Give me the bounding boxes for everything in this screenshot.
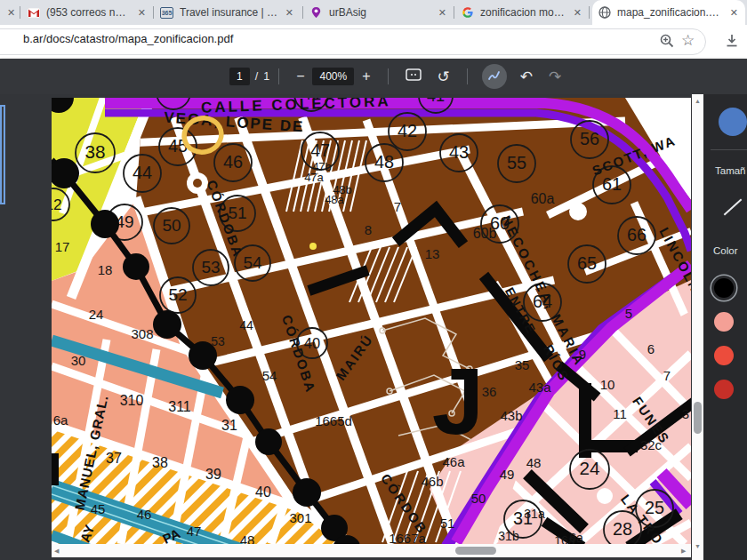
color-label: Color [713,245,737,256]
scroll-up-arrow[interactable]: ▲ [695,98,701,104]
download-icon[interactable] [724,33,740,49]
parcel-number: 51 [440,516,455,531]
toolbar-divider [467,68,468,84]
parcel-number: 49 [500,467,515,482]
tab-close-icon[interactable]: ✕ [136,7,148,19]
parcel-number: 48 [240,532,255,544]
zoom-in-page-icon[interactable] [659,33,675,49]
tab-google-search[interactable]: zonificacion moreno r4b a ✕ [457,0,587,25]
fit-page-button[interactable] [398,68,430,84]
tab-separator [20,6,20,19]
omnibox-row: b.ar/docs/catastro/mapa_zonificacion.pdf… [0,25,747,59]
thumbnail-panel-edge[interactable] [0,105,5,204]
parcel-number: 18 [98,262,113,277]
tab-title: urBAsig [329,6,437,19]
parcel-number: 46b [421,474,443,489]
pen-tool-color-preview[interactable] [719,108,747,136]
tab-travel-insurance[interactable]: 365 Travel insurance | Make yo ✕ [157,0,299,25]
tab-close-icon[interactable]: ✕ [284,7,295,19]
parcel-number: 10 [600,377,615,392]
vertical-scrollbar[interactable]: ▲ ▼ [692,94,703,560]
zone-number: 43 [449,142,469,162]
color-swatch-black[interactable] [714,278,734,298]
pdf-toolbar: 1 / 1 − 400% + ↺ ↶ ↷ [0,59,747,94]
tab-partial[interactable]: ✕ [0,0,20,25]
zone-number: 53 [201,258,220,276]
parcel-number: 7 [663,368,671,383]
parcel-number: 311 [168,399,191,414]
parcel-number: 31a [524,507,545,521]
parcel-number: 6a [53,412,68,428]
pdf-viewer-area: 3839404142434445464748555661606665644950… [0,94,747,560]
zoom-in-button[interactable]: + [354,68,378,84]
parcel-number: 48 [526,455,542,470]
size-label: Tamañ [715,165,746,176]
yellow-marker-dot [309,243,317,250]
parcel-number: 39 [205,467,221,482]
annotate-pen-button-active[interactable] [482,64,507,89]
parcel-number: 8 [365,222,372,237]
tab-title: Travel insurance | Make yo [180,6,278,19]
undo-button[interactable]: ↶ [512,68,541,86]
zone-number: 24 [579,458,599,478]
gmail-icon [27,6,40,20]
scroll-left-arrow[interactable]: ◀ [54,548,59,555]
rotate-button[interactable]: ↺ [430,68,458,86]
stroke-size-option[interactable] [724,199,743,216]
tab-close-icon[interactable]: ✕ [572,7,583,19]
scroll-right-arrow[interactable]: ▶ [681,548,686,555]
tab-separator [153,6,154,19]
tab-active-pdf[interactable]: mapa_zonificacion.pdf ✕ [592,0,745,25]
parcel-number: 43b [500,408,522,423]
tab-close-icon[interactable]: ✕ [5,7,17,19]
horizontal-scrollbar[interactable]: ◀ ▶ [52,544,691,557]
purple-pin-icon [309,6,323,20]
parcel-number: 60b [473,226,497,241]
color-swatch-red[interactable] [714,346,734,365]
tab-title: zonificacion moreno r4b a [480,6,566,19]
parcel-number: 46a [442,454,465,469]
parcel-number: 1665d [315,413,352,428]
zone-number: 55 [507,153,526,172]
horizontal-scroll-thumb[interactable] [455,547,496,555]
parcel-number: 310 [120,393,144,408]
parcel-number: 40 [255,484,271,500]
zone-number: 50 [162,216,181,235]
parcel-number: 7 [394,199,401,214]
tab-close-icon[interactable]: ✕ [437,7,448,19]
browser-window: ✕ (953 correos no leídos) - m ✕ 365 Trav… [0,0,747,560]
tab-urbasig[interactable]: urBAsig ✕ [306,0,452,25]
zone-number: 52 [168,285,187,304]
zoom-level-input[interactable]: 400% [312,68,354,85]
tab-separator [302,6,303,19]
scroll-down-arrow[interactable]: ▼ [695,543,701,549]
zone-number: 46 [223,152,243,172]
zone-number: 47 [310,140,330,160]
tab-close-icon[interactable]: ✕ [728,7,740,19]
color-swatch-salmon[interactable] [714,312,734,332]
tab-separator [454,6,454,19]
parcel-number: 31 [221,418,237,433]
parcel-number: 43a [528,380,551,395]
parcel-number: 6 [647,341,655,356]
zone-number: 38 [84,141,105,162]
bookmark-star-icon[interactable]: ☆ [681,33,697,49]
parcel-number: 3 [682,406,689,421]
panel-divider [711,149,747,150]
tab-gmail[interactable]: (953 correos no leídos) - m ✕ [23,0,151,25]
vertical-scroll-thumb[interactable] [694,402,702,434]
zoom-out-button[interactable]: − [288,68,312,84]
page-number-input[interactable]: 1 [229,68,250,85]
color-swatch-darkred[interactable] [714,380,734,399]
parcel-number: 6a [569,531,583,544]
redo-button[interactable]: ↷ [541,68,569,86]
zone-number: 61 [602,174,622,194]
tab-title: mapa_zonificacion.pdf [617,6,723,19]
parcel-number: 45 [91,501,106,516]
parcel-number: 17 [55,239,70,254]
zone-number: 54 [243,253,262,272]
url-text[interactable]: b.ar/docs/catastro/mapa_zonificacion.pdf [23,32,233,45]
pdf-page-canvas[interactable]: 3839404142434445464748555661606665644950… [52,98,691,544]
parcel-number: 5 [625,306,632,321]
google-icon [461,6,474,20]
